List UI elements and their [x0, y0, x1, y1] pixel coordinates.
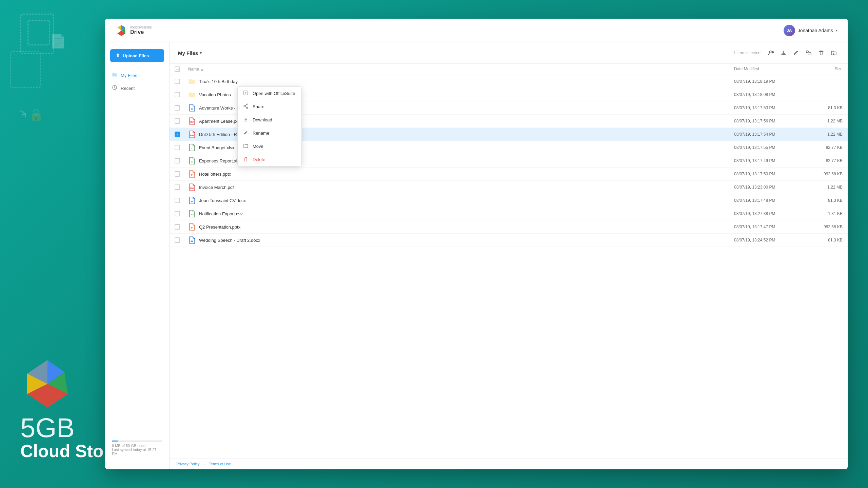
- file-date: 08/07/19, 13:17:47 PM: [734, 225, 802, 229]
- content-title[interactable]: My Files ▾: [178, 50, 202, 56]
- file-type-icon: [188, 91, 196, 98]
- file-size: 81.3 KB: [802, 198, 843, 203]
- share-toolbar-button[interactable]: [766, 47, 776, 58]
- terms-link[interactable]: Terms of Use: [209, 462, 231, 466]
- context-menu-move[interactable]: Move: [238, 140, 301, 153]
- download-icon: [243, 117, 249, 123]
- header-right[interactable]: JA Jonathan Adams ▾: [784, 25, 837, 36]
- title-dropdown-icon[interactable]: ▾: [200, 51, 202, 55]
- file-row[interactable]: PDF Invoice March.pdf 08/07/19, 13:23:00…: [170, 181, 848, 194]
- promo-gem-logo: [20, 357, 75, 411]
- file-type-icon: [188, 78, 196, 85]
- row-checkbox[interactable]: [175, 171, 180, 177]
- brand-product: Drive: [130, 29, 152, 35]
- context-menu-label-rename: Rename: [253, 131, 269, 136]
- file-date: 08/07/19, 13:17:56 PM: [734, 119, 802, 123]
- file-date: 08/07/19, 13:18:19 PM: [734, 79, 802, 84]
- row-checkbox[interactable]: [175, 211, 180, 216]
- select-all-checkbox[interactable]: —: [175, 66, 180, 72]
- move-toolbar-button[interactable]: [803, 47, 814, 58]
- header-size-col[interactable]: Size: [802, 66, 843, 72]
- header-check-col: —: [175, 66, 188, 72]
- context-menu-download[interactable]: Download: [238, 113, 301, 126]
- toolbar-status: 1 item selected: [733, 51, 761, 55]
- delete-icon: [243, 156, 249, 163]
- file-date: 08/07/19, 13:17:48 PM: [734, 198, 802, 203]
- file-row[interactable]: P Q2 Presentation.pptx 08/07/19, 13:17:4…: [170, 220, 848, 234]
- file-name: Event Budget.xlsx: [199, 145, 234, 150]
- file-type-icon: W: [188, 197, 196, 204]
- app-body: ⬆ Upload Files My Files Rec: [105, 42, 848, 469]
- row-checkbox[interactable]: ✓: [175, 132, 180, 137]
- upload-files-button[interactable]: ⬆ Upload Files: [110, 49, 164, 62]
- download-toolbar-button[interactable]: [778, 47, 789, 58]
- file-date: 08/07/19, 13:17:49 PM: [734, 158, 802, 163]
- file-type-icon: X: [188, 144, 196, 151]
- file-size: 82.77 KB: [802, 158, 843, 163]
- rename-toolbar-button[interactable]: [791, 47, 802, 58]
- row-checkbox-cell: [175, 211, 188, 216]
- row-checkbox[interactable]: [175, 92, 180, 97]
- bg-doc-outline-2: 🔒: [10, 51, 41, 88]
- brand-company: mobisystems: [130, 25, 152, 29]
- row-checkbox[interactable]: [175, 145, 180, 150]
- file-list-header: — Name ▲ Date Modified Size: [170, 64, 848, 75]
- share-icon: [243, 103, 249, 110]
- row-checkbox[interactable]: [175, 198, 180, 203]
- bg-mouse-icon: 🖱: [19, 109, 28, 120]
- file-name: Tina's 10th Birthday: [199, 79, 238, 84]
- sidebar-item-recent[interactable]: Recent: [105, 82, 169, 95]
- svg-rect-20: [806, 51, 808, 53]
- file-date: 08/07/19, 13:17:50 PM: [734, 172, 802, 176]
- storage-bar: [112, 441, 162, 442]
- file-type-icon: W: [188, 104, 196, 112]
- row-checkbox[interactable]: [175, 105, 180, 111]
- file-type-icon: W: [188, 236, 196, 244]
- storage-info: 6 MB of 50 GB used. Last synced today at…: [105, 434, 169, 463]
- row-checkbox-cell: [175, 224, 188, 230]
- storage-synced: Last synced today at 15:27 PM.: [112, 448, 162, 456]
- file-date: 08/07/19, 13:17:55 PM: [734, 145, 802, 150]
- user-dropdown-arrow-icon[interactable]: ▾: [836, 28, 837, 32]
- rename-icon: [243, 130, 249, 136]
- svg-point-36: [244, 105, 245, 107]
- bg-doc-icon-1: 📄: [50, 33, 66, 49]
- file-date: 08/07/19, 13:23:00 PM: [734, 185, 802, 190]
- move-folder-toolbar-button[interactable]: [828, 47, 839, 58]
- context-menu-open[interactable]: Open with OfficeSuite: [238, 87, 301, 100]
- app-header: mobisystems Drive JA Jonathan Adams ▾: [105, 19, 848, 42]
- row-checkbox[interactable]: [175, 118, 180, 124]
- sidebar-item-myfiles[interactable]: My Files: [105, 69, 169, 82]
- file-row[interactable]: P Hotel offers.pptx 08/07/19, 13:17:50 P…: [170, 168, 848, 181]
- row-checkbox[interactable]: [175, 237, 180, 243]
- row-checkbox[interactable]: [175, 158, 180, 163]
- file-name: Expenses Report.xlsx: [199, 158, 242, 163]
- file-info: CSV Notification Export.csv: [188, 210, 734, 217]
- header-name-col[interactable]: Name ▲: [188, 66, 734, 72]
- file-size: 82.77 KB: [802, 145, 843, 150]
- delete-toolbar-button[interactable]: [816, 47, 827, 58]
- header-date-col[interactable]: Date Modified: [734, 66, 802, 72]
- row-checkbox-cell: [175, 237, 188, 243]
- file-date: 08/07/19, 13:17:53 PM: [734, 105, 802, 110]
- upload-label: Upload Files: [123, 53, 149, 58]
- row-checkbox[interactable]: [175, 184, 180, 190]
- row-checkbox-cell: [175, 92, 188, 97]
- context-menu-share[interactable]: Share: [238, 100, 301, 113]
- file-name: Jean Toussaint CV.docx: [199, 198, 246, 203]
- context-menu-rename[interactable]: Rename: [238, 126, 301, 140]
- context-menu-label-download: Download: [253, 117, 272, 122]
- context-menu-label-share: Share: [253, 104, 264, 109]
- svg-text:P: P: [191, 227, 193, 229]
- privacy-policy-link[interactable]: Privacy Policy: [176, 462, 199, 466]
- file-type-icon: P: [188, 170, 196, 178]
- context-menu-delete[interactable]: Delete: [238, 153, 301, 166]
- row-checkbox[interactable]: [175, 224, 180, 230]
- file-date: 08/07/19, 13:27:38 PM: [734, 211, 802, 216]
- svg-point-34: [246, 104, 248, 105]
- file-row[interactable]: CSV Notification Export.csv 08/07/19, 13…: [170, 207, 848, 220]
- row-checkbox[interactable]: [175, 79, 180, 84]
- file-row[interactable]: W Jean Toussaint CV.docx 08/07/19, 13:17…: [170, 194, 848, 207]
- file-row[interactable]: W Wedding Speech - Draft 2.docx 08/07/19…: [170, 234, 848, 247]
- file-name: Notification Export.csv: [199, 211, 243, 216]
